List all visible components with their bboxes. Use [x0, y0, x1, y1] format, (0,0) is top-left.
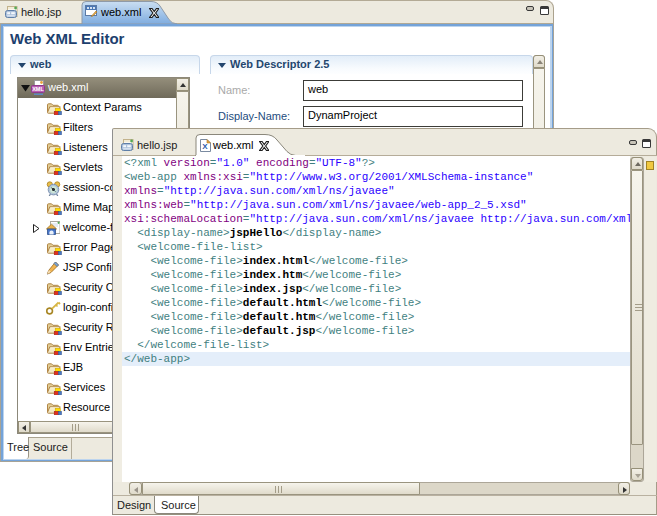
svg-text:XML: XML — [32, 86, 44, 92]
svg-text:X: X — [202, 142, 208, 151]
